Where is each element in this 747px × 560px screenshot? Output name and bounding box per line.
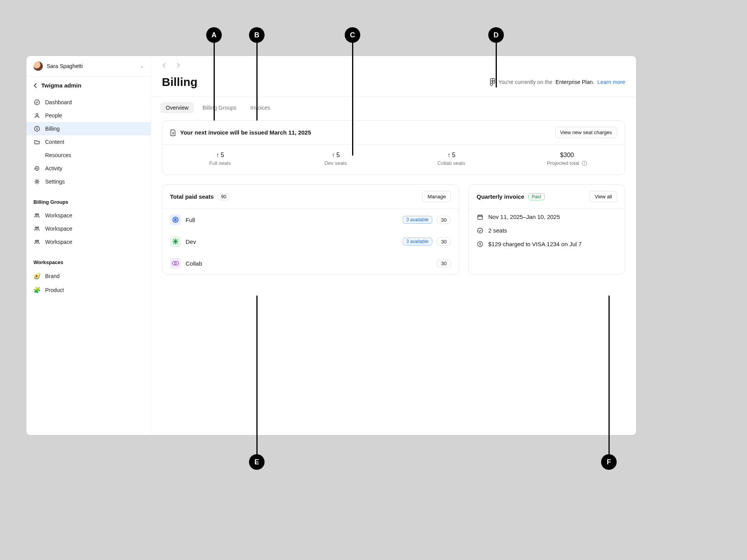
nav-forward-button[interactable] bbox=[173, 60, 184, 71]
folder-icon bbox=[33, 139, 40, 145]
seat-count: 30 bbox=[437, 238, 451, 246]
sidebar-item-label: Workspace bbox=[45, 239, 72, 245]
billing-group-item[interactable]: Workspace bbox=[26, 209, 151, 222]
dev-seat-icon bbox=[170, 236, 181, 247]
arrow-up-icon: ↑ bbox=[216, 152, 219, 159]
sidebar-item-label: Dashboard bbox=[45, 99, 72, 105]
invoice-period-row: Nov 11, 2025–Jan 10, 2025 bbox=[477, 214, 617, 220]
sidebar-item-label: Settings bbox=[45, 178, 65, 185]
total-paid-seats-card: Total paid seats 90 Manage Full 3 availa… bbox=[162, 184, 459, 275]
sidebar-item-activity[interactable]: Activity bbox=[26, 162, 151, 175]
svg-text:$: $ bbox=[479, 242, 481, 246]
view-all-invoices-button[interactable]: View all bbox=[589, 191, 617, 202]
people-group-icon bbox=[33, 212, 40, 219]
user-menu[interactable]: Sara Spaghetti ⌄ bbox=[26, 56, 151, 77]
next-invoice-card: $ Your next invoice will be issued March… bbox=[162, 120, 625, 175]
seat-row-dev: Dev 3 available 30 bbox=[162, 231, 459, 252]
status-badge-paid: Paid bbox=[528, 193, 545, 200]
seat-row-collab: Collab 30 bbox=[162, 252, 459, 274]
svg-point-11 bbox=[493, 81, 495, 83]
sidebar-item-content[interactable]: Content bbox=[26, 135, 151, 149]
svg-point-7 bbox=[35, 227, 37, 229]
figma-icon bbox=[490, 78, 495, 86]
workspace-item-product[interactable]: 🧩 Product bbox=[26, 283, 151, 297]
seat-row-full: Full 3 available 30 bbox=[162, 209, 459, 231]
seat-label: Full bbox=[186, 217, 398, 223]
quarterly-invoice-title: Quarterly invoice bbox=[477, 193, 524, 200]
annotation-marker-e: E bbox=[249, 454, 265, 470]
sidebar-item-settings[interactable]: Settings bbox=[26, 175, 151, 188]
tab-billing-groups[interactable]: Billing Groups bbox=[197, 102, 242, 113]
person-icon bbox=[33, 112, 40, 119]
annotation-line-d bbox=[496, 43, 497, 88]
tab-invoices[interactable]: Invoices bbox=[245, 102, 276, 113]
sidebar-item-label: Activity bbox=[45, 165, 62, 172]
svg-point-8 bbox=[37, 227, 39, 229]
stat-dev-seats: ↑5 Dev seats bbox=[278, 145, 393, 175]
annotation-marker-d: D bbox=[488, 27, 504, 43]
check-circle-icon bbox=[477, 228, 484, 234]
sidebar-item-resources[interactable]: Resources bbox=[26, 149, 151, 162]
seat-label: Collab bbox=[186, 260, 432, 267]
invoice-seats-row: 2 seats bbox=[477, 227, 617, 234]
user-name: Sara Spaghetti bbox=[47, 63, 136, 69]
stat-projected-total: $300 Projected total bbox=[509, 145, 625, 175]
annotation-line-e bbox=[256, 296, 258, 455]
collab-seat-icon bbox=[170, 258, 181, 269]
seats-header: Total paid seats 90 Manage bbox=[162, 185, 459, 209]
svg-point-20 bbox=[477, 228, 482, 233]
sidebar-item-label: Workspace bbox=[45, 212, 72, 219]
people-group-icon bbox=[33, 226, 40, 232]
svg-rect-19 bbox=[478, 215, 482, 219]
workspace-item-brand[interactable]: 🥑 Brand bbox=[26, 269, 151, 283]
billing-group-item[interactable]: Workspace bbox=[26, 235, 151, 248]
sidebar-item-dashboard[interactable]: Dashboard bbox=[26, 96, 151, 109]
svg-text:$: $ bbox=[36, 127, 38, 131]
seats-title: Total paid seats bbox=[170, 193, 214, 200]
calendar-icon bbox=[477, 214, 484, 220]
stat-collab-seats: ↑5 Collab seats bbox=[394, 145, 509, 175]
content: $ Your next invoice will be issued March… bbox=[151, 120, 636, 275]
learn-more-link[interactable]: Learn more bbox=[597, 79, 625, 85]
sidebar-item-label: Product bbox=[45, 287, 64, 293]
plan-name: Enterprise Plan. bbox=[556, 79, 594, 85]
seat-available-pill: 3 available bbox=[403, 238, 432, 245]
svg-point-0 bbox=[35, 100, 40, 105]
svg-point-18 bbox=[175, 261, 179, 265]
arrow-up-icon: ↑ bbox=[447, 152, 451, 159]
billing-groups-list: Workspace Workspace Workspace bbox=[26, 207, 151, 253]
two-column: Total paid seats 90 Manage Full 3 availa… bbox=[162, 184, 625, 275]
plan-prefix: You're currently on the bbox=[498, 79, 552, 85]
workspaces-list: 🥑 Brand 🧩 Product bbox=[26, 268, 151, 302]
puzzle-icon: 🧩 bbox=[33, 287, 40, 294]
annotation-line-f bbox=[608, 296, 610, 455]
billing-group-item[interactable]: Workspace bbox=[26, 222, 151, 235]
sidebar-item-people[interactable]: People bbox=[26, 109, 151, 122]
manage-seats-button[interactable]: Manage bbox=[423, 191, 451, 202]
stat-full-seats: ↑5 Full seats bbox=[162, 145, 278, 175]
dollar-circle-icon: $ bbox=[477, 241, 484, 247]
tab-overview[interactable]: Overview bbox=[160, 102, 194, 113]
nav-back-button[interactable] bbox=[159, 60, 170, 71]
admin-label: Twigma admin bbox=[41, 82, 81, 89]
admin-back[interactable]: Twigma admin bbox=[26, 77, 151, 94]
sidebar-item-label: Workspace bbox=[45, 226, 72, 232]
info-icon[interactable] bbox=[582, 161, 587, 166]
page-header: Billing You're currently on the Enterpri… bbox=[151, 71, 636, 97]
sidebar-item-billing[interactable]: $ Billing bbox=[26, 122, 151, 135]
seats-total-count: 90 bbox=[217, 193, 230, 200]
sidebar-nav: Dashboard People $ Billing Content bbox=[26, 94, 151, 193]
next-invoice-title: Your next invoice will be issued March 1… bbox=[180, 129, 311, 136]
sidebar-item-label: Content bbox=[45, 139, 64, 145]
view-seat-charges-button[interactable]: View new seat charges bbox=[555, 127, 617, 138]
plan-note: You're currently on the Enterprise Plan.… bbox=[490, 78, 625, 86]
page-title: Billing bbox=[162, 75, 198, 89]
svg-point-9 bbox=[35, 240, 37, 242]
check-circle-icon bbox=[33, 99, 40, 105]
chevron-down-icon: ⌄ bbox=[140, 64, 144, 69]
quarterly-invoice-header: Quarterly invoice Paid View all bbox=[469, 185, 625, 209]
seat-available-pill: 3 available bbox=[403, 216, 432, 224]
annotation-marker-f: F bbox=[601, 454, 617, 470]
seat-count: 30 bbox=[437, 259, 451, 268]
invoice-charge: $129 charged to VISA 1234 on Jul 7 bbox=[488, 241, 582, 247]
